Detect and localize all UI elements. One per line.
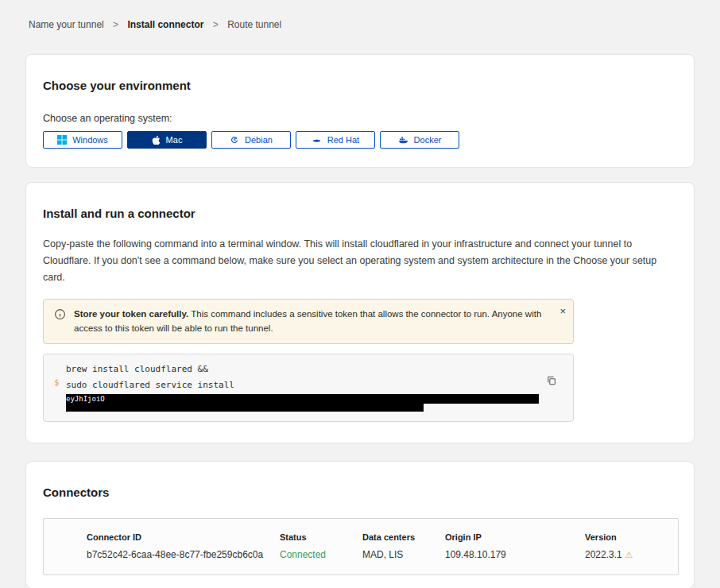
shell-prompt: $ [54, 377, 60, 388]
os-select-label: Choose an operating system: [43, 113, 677, 124]
close-icon[interactable]: × [559, 306, 566, 316]
install-command-lines: brew install cloudflared && sudo cloudfl… [66, 362, 536, 412]
status-badge: Connected [280, 549, 362, 560]
breadcrumb-separator: > [113, 19, 118, 30]
os-button-windows[interactable]: Windows [43, 131, 122, 149]
token-warning-banner: Store your token carefully. This command… [43, 299, 574, 344]
install-card-description: Copy-paste the following command into a … [43, 236, 677, 286]
copy-icon[interactable] [544, 373, 559, 390]
os-button-label: Docker [414, 135, 442, 145]
command-line-1: brew install cloudflared && [66, 362, 536, 377]
info-icon [54, 308, 66, 323]
install-card: Install and run a connector Copy-paste t… [25, 182, 695, 443]
command-line-2: sudo cloudflared service install [66, 377, 536, 393]
breadcrumb-separator: > [213, 19, 219, 30]
column-header-connector-id: Connector ID [87, 532, 280, 542]
windows-icon [57, 135, 67, 145]
breadcrumb-step-name-tunnel[interactable]: Name your tunnel [29, 19, 104, 30]
column-header-version: Version [585, 532, 678, 542]
token-warning-text: Store your token carefully. This command… [74, 307, 546, 336]
os-button-debian[interactable]: Debian [211, 131, 291, 149]
connectors-card: Connectors Connector ID Status Data cent… [25, 461, 695, 588]
os-button-label: Mac [166, 135, 183, 145]
redhat-icon [312, 135, 322, 145]
debian-icon [230, 135, 239, 145]
connectors-table: Connector ID Status Data centers Origin … [43, 518, 679, 575]
os-button-group: Windows Mac Debian [43, 131, 677, 149]
os-button-redhat[interactable]: Red Hat [296, 131, 375, 149]
breadcrumb-step-install-connector[interactable]: Install connector [127, 19, 203, 30]
column-header-origin-ip: Origin IP [445, 532, 585, 542]
os-button-docker[interactable]: Docker [380, 131, 459, 149]
environment-card: Choose your environment Choose an operat… [25, 54, 695, 168]
breadcrumb-step-route-tunnel[interactable]: Route tunnel [227, 19, 281, 30]
os-button-label: Red Hat [327, 135, 359, 145]
warning-triangle-icon: ⚠ [625, 550, 633, 559]
os-button-label: Debian [245, 135, 273, 145]
os-button-mac[interactable]: Mac [127, 131, 207, 149]
os-button-label: Windows [72, 135, 108, 145]
redacted-token-bar [66, 404, 424, 412]
connectors-table-header: Connector ID Status Data centers Origin … [87, 532, 678, 542]
table-row: b7c52c42-6caa-48ee-8c77-fbe259cb6c0a Con… [87, 549, 678, 560]
breadcrumb: Name your tunnel > Install connector > R… [0, 0, 720, 30]
connector-id-value: b7c52c42-6caa-48ee-8c77-fbe259cb6c0a [87, 549, 280, 560]
version-value: 2022.3.1⚠ [585, 549, 678, 560]
token-warning-title: Store your token carefully. [74, 309, 188, 319]
tunnel-setup-page: Name your tunnel > Install connector > R… [0, 0, 720, 588]
install-command-codeblock[interactable]: $ brew install cloudflared && sudo cloud… [43, 354, 574, 422]
environment-card-title: Choose your environment [43, 79, 677, 92]
origin-ip-value: 109.48.10.179 [445, 549, 585, 560]
column-header-data-centers: Data centers [362, 532, 445, 542]
token-prefix: eyJhIjoiO [66, 395, 105, 403]
install-card-title: Install and run a connector [43, 207, 677, 220]
data-centers-value: MAD, LIS [362, 549, 445, 560]
column-header-status: Status [280, 532, 362, 542]
docker-icon [398, 135, 408, 145]
connectors-card-title: Connectors [43, 485, 677, 499]
redacted-token-bar: eyJhIjoiO [66, 394, 539, 404]
version-text: 2022.3.1 [585, 549, 622, 560]
apple-icon [152, 135, 161, 145]
